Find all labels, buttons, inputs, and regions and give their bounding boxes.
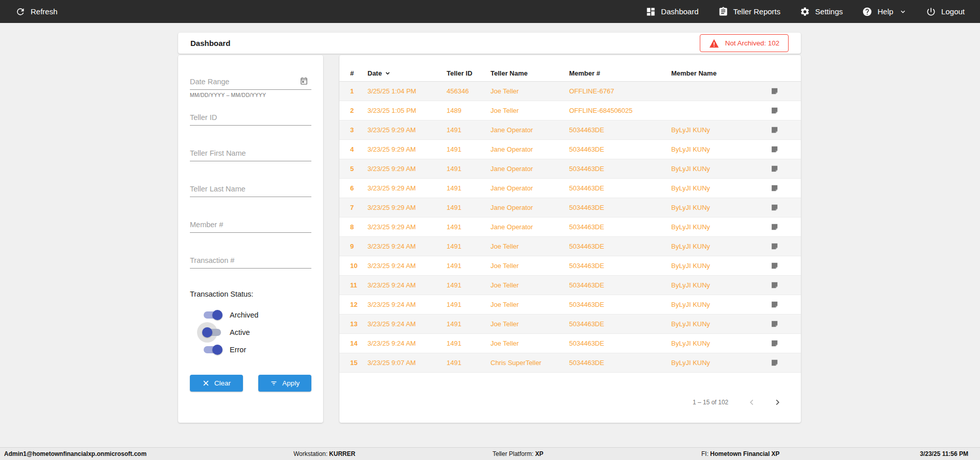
table-row[interactable]: 12 3/23/25 9:24 AM 1491 Joe Teller 50344… — [339, 295, 801, 314]
table-row[interactable]: 4 3/23/25 9:29 AM 1491 Jane Operator 503… — [339, 140, 801, 159]
note-icon[interactable] — [770, 320, 779, 328]
transaction-number-input[interactable] — [190, 254, 311, 269]
clear-button-label: Clear — [214, 379, 231, 387]
note-icon[interactable] — [770, 184, 779, 192]
table-row[interactable]: 15 3/23/25 9:07 AM 1491 Chris SuperTelle… — [339, 353, 801, 373]
table-row[interactable]: 1 3/25/25 1:04 PM 456346 Joe Teller OFFL… — [339, 82, 801, 101]
teller-last-name-input[interactable] — [190, 183, 311, 197]
cell-teller-id: 1491 — [447, 243, 491, 250]
filter-panel: MM/DD/YYYY – MM/DD/YYYY Transaction Stat… — [178, 55, 323, 423]
cell-member-name: ByLyJI KUNy — [671, 340, 761, 347]
cell-teller-id: 1489 — [447, 107, 491, 114]
clear-button[interactable]: Clear — [190, 375, 243, 392]
table-row[interactable]: 14 3/23/25 9:24 AM 1491 Joe Teller 50344… — [339, 334, 801, 353]
cell-teller-id: 1491 — [447, 301, 491, 308]
note-icon[interactable] — [770, 203, 779, 212]
cell-teller-id: 1491 — [447, 223, 491, 231]
table-row[interactable]: 2 3/23/25 1:05 PM 1489 Joe Teller OFFLIN… — [339, 101, 801, 120]
previous-page-button[interactable] — [746, 396, 758, 408]
financial-institution-status: FI: Hometown Financial XP — [701, 450, 779, 457]
cell-member-number: 5034463DE — [569, 204, 671, 211]
note-icon[interactable] — [770, 223, 779, 231]
cell-row-number: 2 — [350, 107, 368, 114]
note-icon[interactable] — [770, 106, 779, 115]
note-icon[interactable] — [770, 164, 779, 173]
cell-member-number: 5034463DE — [569, 301, 671, 308]
table-row[interactable]: 3 3/23/25 9:29 AM 1491 Jane Operator 503… — [339, 120, 801, 140]
nav-item-logout[interactable]: Logout — [926, 7, 965, 17]
table-row[interactable]: 9 3/23/25 9:24 AM 1491 Joe Teller 503446… — [339, 237, 801, 256]
cell-date: 3/23/25 9:24 AM — [368, 262, 447, 270]
cell-member-number: 5034463DE — [569, 340, 671, 347]
cell-teller-name: Joe Teller — [491, 340, 569, 347]
cell-teller-id: 1491 — [447, 165, 491, 173]
nav-item-settings[interactable]: Settings — [800, 7, 843, 17]
not-archived-badge[interactable]: Not Archived: 102 — [700, 34, 789, 52]
cell-date: 3/23/25 9:24 AM — [368, 243, 447, 250]
dashboard-icon — [646, 7, 656, 17]
cell-member-number: 5034463DE — [569, 223, 671, 231]
note-icon[interactable] — [770, 339, 779, 348]
note-icon[interactable] — [770, 87, 779, 95]
note-icon[interactable] — [770, 300, 779, 309]
apply-button[interactable]: Apply — [258, 375, 311, 392]
note-icon[interactable] — [770, 358, 779, 367]
archived-toggle[interactable] — [203, 310, 222, 320]
cell-member-number: 5034463DE — [569, 165, 671, 173]
refresh-button[interactable]: Refresh — [15, 7, 58, 17]
note-icon[interactable] — [770, 261, 779, 270]
active-toggle[interactable] — [203, 327, 222, 337]
top-nav-bar: Refresh Dashboard Teller Reports Setting… — [0, 0, 980, 23]
col-header-num: # — [350, 69, 368, 77]
cell-member-number: 5034463DE — [569, 359, 671, 367]
date-range-input[interactable] — [190, 76, 311, 90]
cell-teller-id: 1491 — [447, 204, 491, 211]
note-icon[interactable] — [770, 126, 779, 134]
cell-date: 3/23/25 9:07 AM — [368, 359, 447, 367]
active-toggle-label: Active — [230, 328, 250, 336]
cell-teller-id: 1491 — [447, 359, 491, 367]
note-icon[interactable] — [770, 242, 779, 251]
cell-teller-name: Jane Operator — [491, 126, 569, 134]
cell-date: 3/23/25 9:29 AM — [368, 223, 447, 231]
cell-row-number: 7 — [350, 204, 368, 211]
fi-value: Hometown Financial XP — [710, 450, 779, 457]
cell-row-number: 1 — [350, 87, 368, 95]
table-row[interactable]: 5 3/23/25 9:29 AM 1491 Jane Operator 503… — [339, 159, 801, 179]
table-row[interactable]: 7 3/23/25 9:29 AM 1491 Jane Operator 503… — [339, 198, 801, 217]
teller-first-name-input[interactable] — [190, 147, 311, 161]
workstation-status: Workstation: KURRER — [293, 450, 355, 457]
gear-icon — [800, 7, 810, 17]
table-row[interactable]: 8 3/23/25 9:29 AM 1491 Jane Operator 503… — [339, 217, 801, 237]
cell-teller-name: Jane Operator — [491, 223, 569, 231]
error-toggle[interactable] — [203, 345, 222, 355]
status-datetime: 3/23/25 11:56 PM — [920, 450, 968, 457]
nav-item-dashboard[interactable]: Dashboard — [646, 7, 698, 17]
cell-row-number: 15 — [350, 359, 368, 367]
note-icon[interactable] — [770, 145, 779, 154]
cell-teller-id: 1491 — [447, 262, 491, 270]
teller-id-input[interactable] — [190, 111, 311, 126]
platform-value: XP — [535, 450, 543, 457]
table-row[interactable]: 6 3/23/25 9:29 AM 1491 Jane Operator 503… — [339, 179, 801, 198]
cell-member-number: 5034463DE — [569, 146, 671, 153]
cell-teller-name: Joe Teller — [491, 243, 569, 250]
table-row[interactable]: 11 3/23/25 9:24 AM 1491 Joe Teller 50344… — [339, 276, 801, 295]
cell-member-number: OFFLINE-684506025 — [569, 107, 671, 114]
table-row[interactable]: 13 3/23/25 9:24 AM 1491 Joe Teller 50344… — [339, 314, 801, 334]
next-page-button[interactable] — [771, 396, 783, 408]
note-icon[interactable] — [770, 281, 779, 289]
cell-date: 3/23/25 9:29 AM — [368, 184, 447, 192]
cell-member-name: ByLyJI KUNy — [671, 146, 761, 153]
cell-teller-name: Joe Teller — [491, 281, 569, 289]
nav-item-teller-reports[interactable]: Teller Reports — [718, 7, 781, 17]
member-number-input[interactable] — [190, 219, 311, 233]
cell-member-number: OFFLINE-6767 — [569, 87, 671, 95]
col-header-date[interactable]: Date — [368, 69, 447, 77]
toggle-row-error: Error — [203, 341, 311, 358]
logged-in-user: Admin1@hometownfinancialxp.onmicrosoft.c… — [4, 450, 146, 457]
table-row[interactable]: 10 3/23/25 9:24 AM 1491 Joe Teller 50344… — [339, 256, 801, 276]
calendar-icon[interactable] — [300, 77, 308, 85]
cell-teller-name: Jane Operator — [491, 184, 569, 192]
nav-item-help[interactable]: Help — [862, 7, 906, 17]
